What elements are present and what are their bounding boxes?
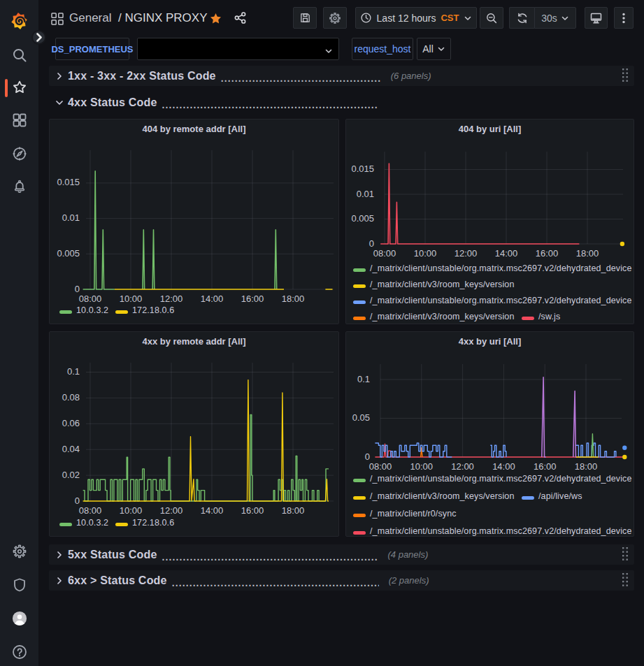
svg-text:16:00: 16:00 [534,461,557,472]
svg-text:12:00: 12:00 [455,248,478,259]
svg-text:0.05: 0.05 [352,412,370,423]
svg-text:18:00: 18:00 [282,505,305,516]
svg-text:16:00: 16:00 [241,505,264,516]
svg-text:16:00: 16:00 [241,294,264,304]
svg-text:10:00: 10:00 [120,505,143,516]
svg-text:0.005: 0.005 [351,213,374,224]
svg-text:10:00: 10:00 [410,461,434,472]
svg-text:0.04: 0.04 [62,444,80,454]
svg-text:16:00: 16:00 [536,248,559,259]
svg-text:0.005: 0.005 [57,248,80,259]
svg-text:08:00: 08:00 [79,294,102,304]
svg-text:0.1: 0.1 [357,374,370,384]
svg-text:12:00: 12:00 [160,505,183,516]
svg-text:0: 0 [365,451,370,462]
svg-text:0: 0 [75,495,80,506]
svg-text:0.06: 0.06 [62,418,80,428]
svg-text:18:00: 18:00 [576,248,599,259]
svg-text:0.015: 0.015 [57,177,80,187]
svg-text:14:00: 14:00 [201,505,224,516]
svg-text:12:00: 12:00 [451,461,474,472]
svg-text:14:00: 14:00 [492,461,515,472]
svg-text:18:00: 18:00 [575,461,598,472]
svg-text:0: 0 [75,284,80,294]
svg-text:14:00: 14:00 [495,248,518,259]
svg-text:0.1: 0.1 [67,366,80,377]
svg-text:10:00: 10:00 [120,294,143,304]
svg-text:14:00: 14:00 [201,294,224,304]
svg-text:0.015: 0.015 [351,164,374,174]
svg-text:0.08: 0.08 [62,392,80,403]
svg-text:18:00: 18:00 [282,294,305,304]
svg-text:0.01: 0.01 [357,189,374,199]
svg-text:10:00: 10:00 [414,248,437,259]
svg-text:0.01: 0.01 [62,212,80,223]
svg-text:0: 0 [369,238,374,249]
svg-text:08:00: 08:00 [373,248,396,259]
svg-text:08:00: 08:00 [79,505,102,516]
svg-text:08:00: 08:00 [369,461,392,472]
svg-text:0.02: 0.02 [62,470,80,480]
svg-text:12:00: 12:00 [160,294,183,304]
